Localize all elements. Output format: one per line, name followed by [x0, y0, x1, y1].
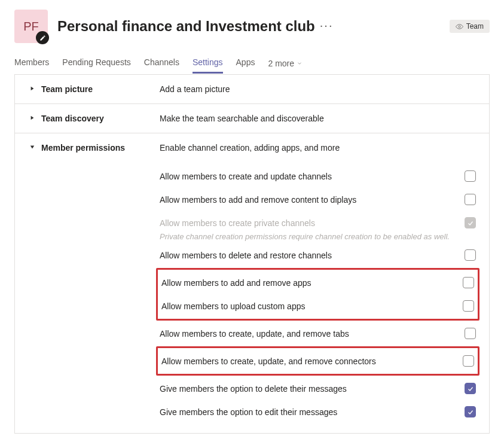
tab-settings[interactable]: Settings — [193, 53, 223, 74]
perm-checkbox-add-apps[interactable] — [463, 277, 474, 288]
section-team-discovery: Team discovery Make the team searchable … — [15, 103, 489, 133]
checkmark-icon — [467, 220, 474, 227]
section-title-discovery: Team discovery — [41, 114, 155, 123]
highlight-apps-group: Allow members to add and remove apps All… — [156, 268, 479, 321]
section-desc-discovery: Make the team searchable and discoverabl… — [160, 114, 476, 123]
perm-row-add-apps: Allow members to add and remove apps — [161, 271, 474, 294]
visibility-badge[interactable]: Team — [450, 20, 490, 33]
perm-checkbox-delete-channels[interactable] — [465, 249, 476, 261]
perm-label: Allow members to create private channels — [160, 218, 457, 228]
tab-more-label: 2 more — [268, 59, 294, 68]
title-wrap: Personal finance and Investment club ··· — [57, 18, 440, 35]
avatar-initials: PF — [23, 20, 39, 33]
svg-point-0 — [459, 25, 460, 27]
perm-checkbox-create-channels[interactable] — [465, 170, 476, 182]
perm-label: Allow members to delete and restore chan… — [160, 251, 457, 260]
perm-row-delete-channels: Allow members to delete and restore chan… — [160, 243, 476, 267]
section-title-picture: Team picture — [41, 84, 155, 94]
perm-checkbox-content-displays[interactable] — [465, 194, 476, 205]
section-toggle-permissions[interactable] — [28, 143, 36, 423]
perm-checkbox-upload-apps[interactable] — [463, 300, 474, 312]
eye-icon — [456, 23, 463, 31]
perm-checkbox-connectors[interactable] — [463, 355, 474, 367]
tab-more-button[interactable]: 2 more — [268, 59, 303, 68]
section-member-permissions: Member permissions Enable channel creati… — [15, 133, 489, 433]
section-toggle-picture[interactable] — [28, 84, 36, 94]
perm-row-edit-messages: Give members the option to edit their me… — [160, 400, 476, 423]
title-more-button[interactable]: ··· — [320, 19, 334, 35]
page-header: PF Personal finance and Investment club … — [0, 0, 504, 48]
page-title: Personal finance and Investment club — [57, 18, 315, 35]
perm-row-upload-apps: Allow members to upload custom apps — [161, 294, 474, 318]
section-desc-permissions: Enable channel creation, adding apps, an… — [160, 143, 476, 153]
section-title-permissions: Member permissions — [41, 143, 155, 423]
tab-apps[interactable]: Apps — [236, 53, 255, 74]
tab-channels[interactable]: Channels — [144, 53, 179, 74]
perm-label: Allow members to add and remove content … — [160, 195, 457, 205]
perm-label: Allow members to create and update chann… — [160, 172, 457, 181]
perm-checkbox-edit-messages[interactable] — [465, 406, 476, 417]
perm-private-hint: Private channel creation permissions req… — [160, 232, 476, 241]
tab-bar: Members Pending Requests Channels Settin… — [0, 48, 504, 74]
section-desc-picture: Add a team picture — [160, 84, 476, 94]
tab-pending-requests[interactable]: Pending Requests — [62, 53, 130, 74]
highlight-connectors-group: Allow members to create, update, and rem… — [156, 346, 479, 376]
svg-marker-3 — [30, 146, 34, 149]
perm-row-delete-messages: Give members the option to delete their … — [160, 377, 476, 400]
checkmark-icon — [467, 385, 474, 392]
perm-label: Allow members to create, update, and rem… — [161, 356, 456, 366]
perm-label: Give members the option to delete their … — [160, 384, 457, 394]
caret-right-icon — [30, 86, 35, 91]
svg-marker-1 — [31, 87, 34, 90]
settings-panel: Team picture Add a team picture Team dis… — [14, 74, 490, 434]
perm-label: Give members the option to edit their me… — [160, 407, 457, 417]
pencil-icon — [39, 35, 46, 41]
perm-row-content-displays: Allow members to add and remove content … — [160, 188, 476, 211]
section-toggle-discovery[interactable] — [28, 114, 36, 123]
perm-label: Allow members to add and remove apps — [161, 278, 456, 288]
perm-checkbox-delete-messages[interactable] — [465, 383, 476, 394]
team-avatar-wrap[interactable]: PF — [14, 10, 48, 43]
tab-members[interactable]: Members — [14, 53, 49, 74]
perm-label: Allow members to upload custom apps — [161, 301, 456, 311]
perm-row-private-channels: Allow members to create private channels — [160, 211, 476, 234]
caret-down-icon — [30, 145, 35, 150]
perm-checkbox-private-channels — [465, 217, 476, 228]
chevron-down-icon — [297, 60, 303, 66]
perm-row-create-channels: Allow members to create and update chann… — [160, 164, 476, 188]
section-body-permissions: Enable channel creation, adding apps, an… — [160, 143, 476, 423]
svg-marker-2 — [31, 116, 34, 120]
permissions-list: Allow members to create and update chann… — [160, 164, 476, 423]
perm-checkbox-tabs[interactable] — [465, 328, 476, 339]
visibility-badge-label: Team — [466, 22, 484, 31]
section-team-picture: Team picture Add a team picture — [15, 74, 489, 103]
edit-avatar-button[interactable] — [36, 31, 49, 44]
perm-row-connectors: Allow members to create, update, and rem… — [161, 349, 474, 373]
perm-label: Allow members to create, update, and rem… — [160, 329, 457, 339]
checkmark-icon — [467, 409, 474, 416]
caret-right-icon — [30, 115, 35, 120]
perm-row-tabs: Allow members to create, update, and rem… — [160, 322, 476, 345]
